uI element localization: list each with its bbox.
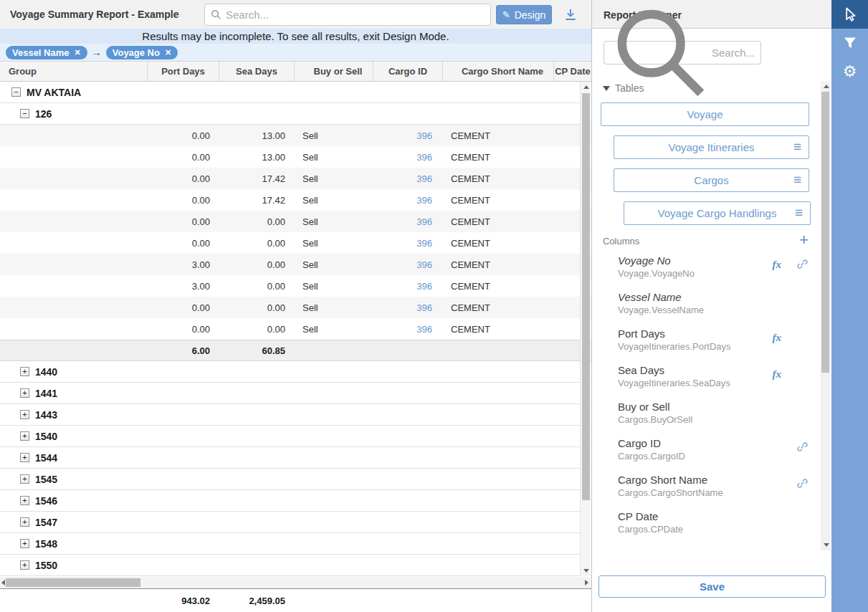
cargo-id-link[interactable]: 396: [416, 281, 432, 292]
scroll-left-icon[interactable]: [1, 580, 5, 585]
column-item-vessel-name[interactable]: Vessel NameVoyage.VesselName: [592, 291, 831, 327]
panel-scrollbar-thumb[interactable]: [821, 92, 829, 373]
cargo-id-link[interactable]: 396: [416, 259, 432, 270]
expand-icon[interactable]: +: [20, 517, 29, 527]
expand-icon[interactable]: +: [20, 367, 29, 376]
column-item-cargo-short-name[interactable]: Cargo Short NameCargos.CargoShortName: [592, 474, 831, 510]
menu-icon[interactable]: ≡: [793, 139, 801, 155]
panel-scrollbar[interactable]: [821, 81, 830, 550]
cargo-short-name-cell: CEMENT: [442, 302, 553, 313]
group-row-1550[interactable]: +1550: [0, 555, 591, 576]
group-row-1441[interactable]: +1441: [0, 383, 591, 404]
columns-section-label: Columns: [603, 236, 639, 247]
horizontal-scrollbar-thumb[interactable]: [6, 578, 140, 587]
settings-tool-button[interactable]: ⚙: [831, 57, 868, 86]
table-chip-voyage[interactable]: Voyage: [601, 102, 809, 126]
download-icon[interactable]: [561, 6, 581, 24]
group-row-126[interactable]: −126: [0, 103, 591, 125]
link-icon[interactable]: [796, 477, 809, 489]
save-button[interactable]: Save: [598, 575, 826, 598]
vertical-scrollbar-thumb[interactable]: [582, 93, 590, 500]
sea-days-cell: 13.00: [219, 152, 294, 163]
filter-tool-button[interactable]: [831, 29, 868, 57]
cargo-id-link[interactable]: 396: [416, 216, 432, 227]
group-row-1548[interactable]: +1548: [0, 533, 591, 555]
column-header-group[interactable]: Group: [0, 62, 147, 81]
link-icon[interactable]: [796, 258, 809, 270]
expand-icon[interactable]: +: [20, 410, 29, 419]
scroll-up-icon[interactable]: [824, 85, 829, 88]
expand-icon[interactable]: +: [20, 474, 29, 484]
column-header-cargo-id[interactable]: Cargo ID: [373, 62, 442, 81]
cargo-id-link[interactable]: 396: [416, 152, 432, 163]
grid-body: −MV AKTAIA−1260.0013.00Sell396CEMENT0.00…: [0, 82, 591, 577]
group-row-1544[interactable]: +1544: [0, 447, 591, 469]
app-window: Voyage Summary Report - Example Search..…: [0, 0, 868, 612]
menu-icon[interactable]: ≡: [793, 172, 801, 188]
scroll-up-icon[interactable]: [583, 85, 589, 89]
table-chip-voyage-cargo-handlings[interactable]: Voyage Cargo Handlings≡: [624, 201, 811, 225]
fx-icon[interactable]: fx: [773, 368, 782, 381]
column-item-port-days[interactable]: Port DaysVoyageItineraries.PortDaysfx: [592, 327, 831, 364]
cargo-id-link[interactable]: 396: [416, 130, 432, 141]
cargo-id-cell: 396: [373, 152, 442, 163]
column-item-buy-or-sell[interactable]: Buy or SellCargos.BuyOrSell: [592, 401, 831, 437]
column-header-cargo-short-name[interactable]: Cargo Short Name: [442, 62, 553, 81]
column-item-cargo-id[interactable]: Cargo IDCargos.CargoID: [592, 437, 831, 474]
expand-icon[interactable]: +: [20, 539, 29, 548]
column-item-sea-days[interactable]: Sea DaysVoyageItineraries.SeaDaysfx: [592, 364, 831, 401]
port-days-cell: 3.00: [147, 259, 219, 270]
designer-search-input[interactable]: Search...: [604, 41, 761, 64]
column-item-voyage-no[interactable]: Voyage NoVoyage.VoyageNofx: [592, 254, 831, 291]
fx-icon[interactable]: fx: [773, 259, 782, 271]
tables-section-toggle[interactable]: Tables: [603, 82, 644, 94]
column-header-port-days[interactable]: Port Days: [147, 62, 219, 81]
horizontal-scrollbar[interactable]: [0, 577, 591, 588]
subtotal-port-days: 6.00: [147, 345, 219, 356]
cargo-id-link[interactable]: 396: [416, 195, 432, 206]
column-header-cp-date[interactable]: CP Date: [553, 62, 591, 81]
expand-icon[interactable]: +: [20, 560, 29, 570]
sea-days-cell: 0.00: [219, 238, 294, 249]
group-row-1443[interactable]: +1443: [0, 404, 591, 426]
group-row-1547[interactable]: +1547: [0, 512, 591, 533]
toolbar-search-input[interactable]: Search...: [204, 4, 491, 26]
table-row: 0.0013.00Sell396CEMENT: [0, 125, 591, 146]
scroll-right-icon[interactable]: [585, 580, 588, 585]
collapse-icon[interactable]: −: [11, 87, 21, 97]
group-row-1540[interactable]: +1540: [0, 426, 591, 447]
grouping-chip-vessel-name[interactable]: Vessel Name✕: [6, 46, 87, 59]
link-icon[interactable]: [796, 441, 809, 453]
close-icon[interactable]: ✕: [75, 48, 81, 57]
cargo-id-link[interactable]: 396: [416, 238, 432, 249]
column-header-buy-or-sell[interactable]: Buy or Sell: [294, 62, 373, 81]
column-header-sea-days[interactable]: Sea Days: [219, 62, 294, 81]
designer-tool-button[interactable]: [831, 0, 868, 29]
expand-icon[interactable]: +: [20, 453, 29, 462]
group-row-mv-aktaia[interactable]: −MV AKTAIA: [0, 82, 591, 103]
design-button[interactable]: ✎ Design: [496, 5, 552, 24]
add-column-icon[interactable]: +: [799, 233, 809, 247]
table-chip-cargos[interactable]: Cargos≡: [614, 168, 809, 192]
group-row-1546[interactable]: +1546: [0, 490, 591, 512]
pencil-icon: ✎: [502, 9, 510, 20]
collapse-icon[interactable]: −: [20, 109, 29, 118]
column-item-cp-date[interactable]: CP DateCargos.CPDate: [592, 510, 831, 547]
vertical-scrollbar[interactable]: [580, 82, 591, 576]
cargo-id-link[interactable]: 396: [416, 173, 432, 184]
grouping-chip-voyage-no[interactable]: Voyage No✕: [106, 46, 178, 59]
fx-icon[interactable]: fx: [773, 332, 782, 344]
table-chip-voyage-itineraries[interactable]: Voyage Itineraries≡: [614, 135, 809, 159]
group-row-1440[interactable]: +1440: [0, 361, 591, 383]
cargo-id-link[interactable]: 396: [416, 302, 432, 313]
group-row-1545[interactable]: +1545: [0, 469, 591, 490]
menu-icon[interactable]: ≡: [795, 205, 803, 221]
cargo-id-link[interactable]: 396: [416, 324, 432, 335]
expand-icon[interactable]: +: [20, 496, 29, 505]
close-icon[interactable]: ✕: [165, 48, 171, 57]
expand-icon[interactable]: +: [20, 388, 29, 398]
scroll-down-icon[interactable]: [583, 569, 589, 573]
buy-or-sell-cell: Sell: [294, 259, 373, 270]
scroll-down-icon[interactable]: [824, 543, 829, 547]
expand-icon[interactable]: +: [20, 431, 29, 441]
